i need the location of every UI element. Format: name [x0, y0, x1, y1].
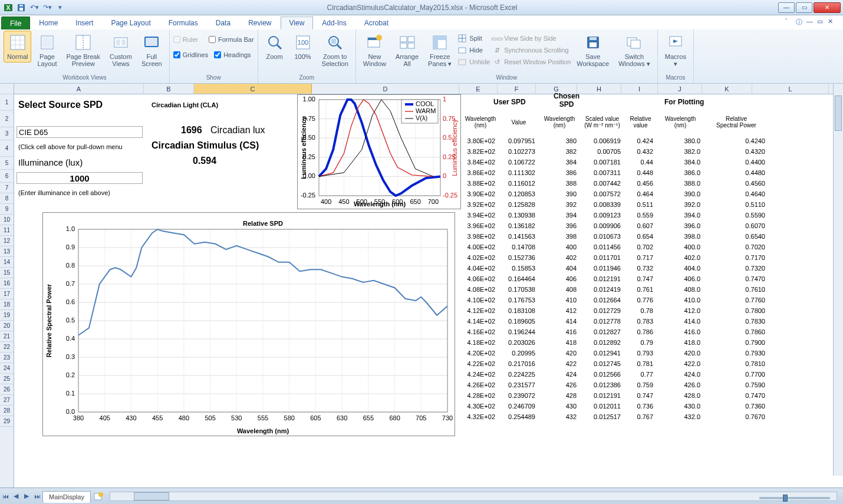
- horizontal-scrollbar[interactable]: [110, 492, 837, 501]
- svg-text:405: 405: [100, 414, 110, 421]
- svg-text:COOL: COOL: [416, 100, 434, 107]
- maximize-button[interactable]: ▭: [796, 2, 812, 13]
- new-sheet-button[interactable]: [93, 491, 104, 502]
- svg-text:0.9: 0.9: [66, 243, 75, 251]
- addins-tab[interactable]: Add-Ins: [313, 17, 355, 29]
- doc-close-icon[interactable]: ✕: [828, 18, 836, 26]
- tab-nav-prev[interactable]: ◀: [11, 491, 21, 502]
- svg-rect-40: [459, 60, 466, 65]
- svg-text:680: 680: [389, 414, 400, 421]
- doc-minimize-icon[interactable]: —: [806, 18, 815, 26]
- arrange-all-button[interactable]: Arrange All: [392, 31, 422, 70]
- ribbon-tabs: File Home Insert Page Layout Formulas Da…: [0, 15, 843, 29]
- svg-rect-35: [433, 36, 446, 40]
- row-headers[interactable]: 1234567891011121314151617181920212223242…: [0, 84, 14, 487]
- svg-rect-31: [400, 43, 407, 48]
- data-tab[interactable]: Data: [207, 17, 239, 29]
- tab-nav-first[interactable]: ⏮: [0, 491, 11, 502]
- grid-body[interactable]: Select Source SPD Circadian Light (CLA) …: [14, 94, 843, 487]
- cell-a1[interactable]: Select Source SPD: [17, 98, 104, 112]
- zoom-100-button[interactable]: 100100%: [290, 31, 316, 62]
- relative-spd-chart[interactable]: 0.00.10.20.30.40.50.60.70.80.91.03804054…: [42, 212, 455, 436]
- sheet-tab-maindisplay[interactable]: MainDisplay: [42, 491, 91, 503]
- undo-icon[interactable]: ↶▾: [28, 2, 40, 13]
- svg-point-28: [376, 35, 382, 41]
- home-tab[interactable]: Home: [30, 17, 67, 29]
- svg-text:1.00: 1.00: [303, 95, 315, 103]
- normal-view-button[interactable]: Normal: [4, 31, 31, 62]
- zoom-slider[interactable]: [759, 497, 830, 499]
- save-icon[interactable]: [15, 2, 27, 13]
- page-break-preview-button[interactable]: Page Break Preview: [62, 31, 103, 70]
- svg-rect-30: [408, 37, 414, 42]
- user-spd-header: User SPD: [492, 97, 528, 107]
- formulas-tab[interactable]: Formulas: [160, 17, 207, 29]
- small-chart[interactable]: -0.250.000.250.500.751.00400450500550600…: [297, 94, 461, 209]
- save-workspace-button[interactable]: Save Workspace: [573, 31, 613, 70]
- new-window-button[interactable]: New Window: [360, 31, 390, 70]
- help-icon[interactable]: ⓘ: [796, 18, 804, 26]
- pagelayout-tab[interactable]: Page Layout: [102, 17, 159, 29]
- macros-button[interactable]: Macros ▾: [661, 31, 690, 70]
- formula-bar-checkbox[interactable]: Formula Bar: [209, 34, 254, 45]
- cell-c3: Circadian Stimulus (CS): [150, 140, 261, 151]
- cell-a3-help: (Click cell above for pull-down menu: [17, 141, 124, 152]
- svg-text:1: 1: [443, 95, 446, 103]
- insert-tab[interactable]: Insert: [67, 17, 102, 29]
- svg-text:400: 400: [321, 198, 331, 205]
- file-tab[interactable]: File: [1, 17, 30, 29]
- acrobat-tab[interactable]: Acrobat: [355, 17, 397, 29]
- close-button[interactable]: ✕: [814, 2, 841, 13]
- zoom-selection-button[interactable]: Zoom to Selection: [318, 31, 352, 70]
- tab-nav-last[interactable]: ⏭: [32, 491, 42, 502]
- svg-text:705: 705: [416, 414, 426, 421]
- cell-c1[interactable]: Circadian Light (CLA): [150, 98, 220, 112]
- sync-scrolling-button[interactable]: ⇵Synchronous Scrolling: [492, 45, 571, 55]
- svg-text:450: 450: [338, 198, 349, 205]
- split-button[interactable]: Split: [457, 33, 490, 44]
- minimize-ribbon-icon[interactable]: ˇ: [785, 18, 793, 26]
- zoom-button[interactable]: Zoom: [262, 31, 288, 62]
- view-tab[interactable]: View: [281, 17, 314, 29]
- svg-rect-4: [19, 5, 23, 6]
- illuminance-input[interactable]: 1000: [17, 172, 143, 184]
- svg-text:0.2: 0.2: [66, 371, 75, 378]
- svg-line-20: [277, 45, 281, 49]
- ruler-checkbox[interactable]: Ruler: [173, 34, 198, 45]
- svg-text:0.5: 0.5: [443, 134, 452, 141]
- redo-icon[interactable]: ↷▾: [41, 2, 53, 13]
- tab-nav-next[interactable]: ▶: [21, 491, 32, 502]
- excel-icon: X: [2, 2, 14, 13]
- svg-text:Relative SPD: Relative SPD: [243, 220, 283, 227]
- svg-rect-24: [331, 39, 336, 44]
- reset-window-button[interactable]: ↺Reset Window Position: [492, 57, 571, 67]
- page-layout-button[interactable]: Page Layout: [34, 31, 60, 70]
- review-tab[interactable]: Review: [239, 17, 280, 29]
- svg-text:0.3: 0.3: [66, 353, 75, 360]
- doc-restore-icon[interactable]: ▭: [817, 18, 825, 26]
- freeze-panes-button[interactable]: Freeze Panes ▾: [424, 31, 455, 70]
- svg-text:Wavelength (nm): Wavelength (nm): [354, 200, 406, 207]
- unhide-button[interactable]: Unhide: [457, 57, 490, 67]
- svg-text:0.6: 0.6: [66, 298, 75, 305]
- cs-value: 0.594: [191, 156, 218, 166]
- qat-customize-icon[interactable]: ▾: [54, 2, 66, 13]
- custom-views-button[interactable]: Custom Views: [106, 31, 136, 70]
- svg-text:Relative Spectral Power: Relative Spectral Power: [45, 284, 52, 357]
- minimize-button[interactable]: —: [778, 2, 795, 13]
- ribbon: Normal Page Layout Page Break Preview Cu…: [0, 29, 843, 84]
- svg-rect-32: [408, 43, 414, 48]
- switch-windows-button[interactable]: Switch Windows ▾: [615, 31, 654, 70]
- svg-rect-39: [459, 48, 466, 53]
- side-by-side-button[interactable]: ▭▭View Side by Side: [492, 33, 571, 44]
- svg-text:100: 100: [297, 39, 308, 46]
- full-screen-button[interactable]: Full Screen: [138, 31, 166, 70]
- svg-text:730: 730: [442, 414, 453, 421]
- svg-text:530: 530: [231, 414, 242, 421]
- gridlines-checkbox[interactable]: Gridlines: [173, 50, 208, 60]
- headings-checkbox[interactable]: Headings: [214, 50, 251, 60]
- source-spd-select[interactable]: CIE D65: [17, 126, 143, 138]
- vertical-scrollbar[interactable]: [833, 84, 843, 476]
- hide-button[interactable]: Hide: [457, 45, 490, 55]
- column-headers[interactable]: ABCDEFGHIJKL: [14, 84, 843, 94]
